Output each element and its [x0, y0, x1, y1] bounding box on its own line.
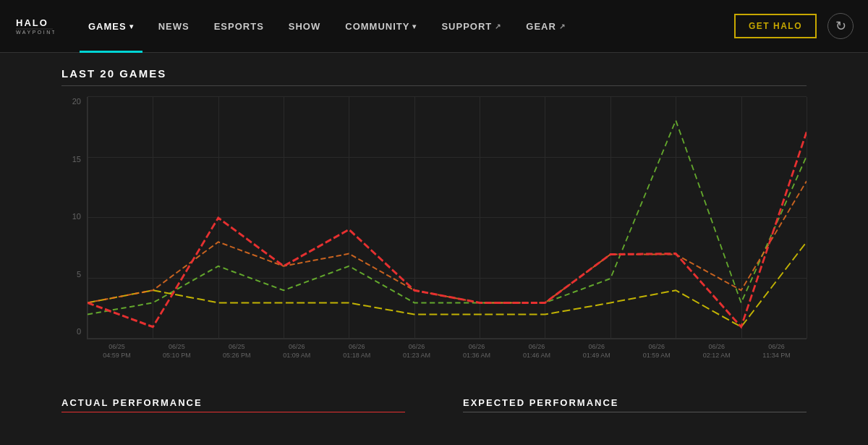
- x-label-8: 06/2601:49 AM: [566, 343, 626, 360]
- bottom-section: ACTUAL PERFORMANCE EXPECTED PERFORMANCE: [61, 397, 807, 412]
- nav-right: GET HALO ↻: [734, 13, 854, 39]
- chart-area: 0 5 10 15 20: [61, 97, 807, 365]
- nav-item-show[interactable]: SHOW: [280, 0, 329, 53]
- nav-item-games[interactable]: GAMES ▾: [80, 0, 142, 53]
- actual-performance-title: ACTUAL PERFORMANCE: [61, 397, 405, 408]
- x-label-11: 06/2611:34 PM: [746, 343, 807, 360]
- x-label-3: 06/2601:09 AM: [267, 343, 327, 360]
- expected-divider: [463, 412, 807, 412]
- x-label-4: 06/2601:18 AM: [327, 343, 387, 360]
- nav-items: GAMES ▾ NEWS ESPORTS SHOW COMMUNITY ▾ SU…: [80, 0, 734, 53]
- nav-item-gear[interactable]: GEAR ↗: [517, 0, 574, 53]
- x-label-5: 06/2601:23 AM: [387, 343, 447, 360]
- x-label-1: 06/2505:10 PM: [147, 343, 207, 360]
- x-label-0: 06/2504:59 PM: [87, 343, 147, 360]
- actual-performance-section: ACTUAL PERFORMANCE: [61, 397, 405, 412]
- title-divider: [61, 85, 807, 86]
- chart-svg: [88, 97, 807, 339]
- chevron-down-icon: ▾: [129, 22, 134, 30]
- y-label-10: 10: [61, 212, 87, 221]
- get-halo-button[interactable]: GET HALO: [734, 14, 817, 38]
- y-axis: 0 5 10 15 20: [61, 97, 87, 339]
- nav-item-esports[interactable]: ESPORTS: [205, 0, 273, 53]
- chart-title: LAST 20 GAMES: [61, 67, 807, 80]
- chart-container: 0 5 10 15 20: [61, 97, 807, 394]
- x-label-2: 06/2505:26 PM: [207, 343, 267, 360]
- x-label-7: 06/2601:46 AM: [506, 343, 566, 360]
- y-label-0: 0: [61, 327, 87, 336]
- x-label-6: 06/2601:36 AM: [447, 343, 507, 360]
- profile-icon[interactable]: ↻: [827, 13, 854, 39]
- svg-text:HALO: HALO: [16, 17, 48, 28]
- green-line: [88, 120, 807, 314]
- y-label-15: 15: [61, 155, 87, 164]
- nav-item-support[interactable]: SUPPORT ↗: [433, 0, 510, 53]
- nav-item-news[interactable]: NEWS: [150, 0, 198, 53]
- orange-line: [88, 181, 807, 302]
- navigation: HALO WAYPOINT GAMES ▾ NEWS ESPORTS SHOW …: [0, 0, 868, 53]
- expected-performance-section: EXPECTED PERFORMANCE: [463, 397, 807, 412]
- chevron-down-icon-2: ▾: [412, 22, 417, 30]
- svg-text:WAYPOINT: WAYPOINT: [16, 30, 54, 35]
- nav-item-community[interactable]: COMMUNITY ▾: [336, 0, 425, 53]
- expected-performance-title: EXPECTED PERFORMANCE: [463, 397, 807, 408]
- external-link-icon: ↗: [495, 22, 501, 30]
- yellow-line: [88, 242, 807, 326]
- x-labels: 06/2504:59 PM 06/2505:10 PM 06/2505:26 P…: [87, 339, 807, 365]
- chart-plot: [87, 97, 807, 339]
- x-label-9: 06/2601:59 AM: [626, 343, 686, 360]
- y-label-5: 5: [61, 270, 87, 279]
- red-line: [88, 132, 807, 327]
- main-content: LAST 20 GAMES 0 5 10 15 20: [0, 53, 868, 423]
- grid-v-11: [807, 97, 807, 339]
- logo[interactable]: HALO WAYPOINT: [14, 10, 54, 43]
- x-label-10: 06/2602:12 AM: [686, 343, 746, 360]
- external-link-icon-2: ↗: [559, 22, 566, 30]
- y-label-20: 20: [61, 97, 87, 106]
- actual-divider: [61, 412, 405, 412]
